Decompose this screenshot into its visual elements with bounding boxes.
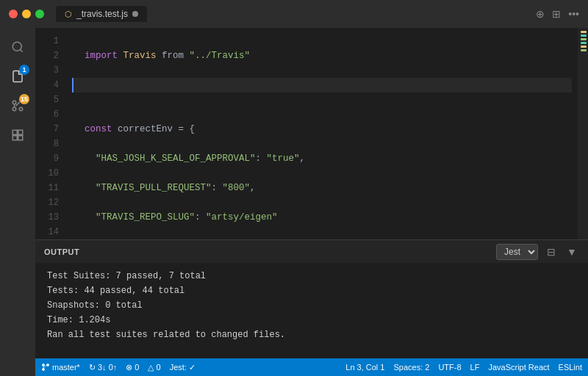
minimap-mark [581,49,587,51]
jest-text: Jest: ✓ [170,363,196,372]
sidebar-item-files[interactable]: 1 [4,63,31,90]
svg-rect-6 [18,130,23,134]
position-status[interactable]: Ln 3, Col 1 [345,363,384,372]
code-content[interactable]: import Travis from "../Travis" const cor… [65,28,578,239]
minimap-mark [581,31,587,33]
svg-point-9 [43,369,45,371]
code-editor[interactable]: 1 2 3 4 5 6 7 8 9 10 11 12 13 14 15 16 1… [35,28,588,239]
close-button[interactable] [9,10,18,18]
sidebar-item-extensions[interactable] [4,122,31,148]
output-line: Test Suites: 7 passed, 7 total [47,269,576,283]
layout-icon[interactable]: ⊞ [552,8,561,20]
branch-icon [41,363,50,372]
branch-name: master* [52,363,80,372]
traffic-lights [9,10,44,18]
language-text: JavaScript React [488,363,549,372]
eol-status[interactable]: LF [470,363,480,372]
output-controls: Jest ⊟ ▼ [496,244,579,260]
output-line: Time: 1.204s [47,313,576,328]
svg-point-0 [12,42,21,51]
title-bar: ⬡ _travis.test.js ⊕ ⊞ ••• [0,0,588,28]
tab-bar: ⬡ _travis.test.js [56,6,530,22]
main-layout: 1 15 1 2 3 4 5 6 7 [0,28,588,376]
line-numbers: 1 2 3 4 5 6 7 8 9 10 11 12 13 14 15 16 1… [35,28,65,239]
svg-point-2 [19,107,23,111]
tab-filename: _travis.test.js [76,9,128,19]
tab-modified-dot [132,11,138,17]
files-badge: 1 [19,65,29,75]
eol-text: LF [470,363,480,372]
branch-status[interactable]: master* [41,363,80,372]
errors-text: ⊗ 0 [126,363,139,372]
errors-status[interactable]: ⊗ 0 [126,363,139,372]
minimap-mark [581,46,587,48]
output-header: OUTPUT Jest ⊟ ▼ [35,239,588,263]
output-line: Tests: 44 passed, 44 total [47,283,576,298]
active-tab[interactable]: ⬡ _travis.test.js [56,6,147,22]
status-bar: master* ↻ 3↓ 0↑ ⊗ 0 △ 0 Jest: ✓ Ln 3, Co… [35,358,588,376]
minimap-mark [581,38,587,40]
sidebar-item-source-control[interactable]: 15 [4,93,31,119]
warnings-status[interactable]: △ 0 [148,363,160,372]
title-bar-actions: ⊕ ⊞ ••• [536,8,579,20]
svg-point-4 [12,107,16,111]
expand-icon[interactable]: ▼ [564,245,579,259]
minimize-button[interactable] [22,10,31,18]
spaces-status[interactable]: Spaces: 2 [393,363,429,372]
sidebar-item-search[interactable] [4,34,31,60]
encoding-text: UTF-8 [438,363,461,372]
svg-rect-5 [12,130,17,134]
svg-rect-7 [12,136,17,140]
linter-status[interactable]: ESLint [559,363,582,372]
editor-area: 1 2 3 4 5 6 7 8 9 10 11 12 13 14 15 16 1… [35,28,588,376]
output-line: Snapshots: 0 total [47,298,576,313]
status-right: Ln 3, Col 1 Spaces: 2 UTF-8 LF JavaScrip… [345,363,582,372]
maximize-button[interactable] [35,10,44,18]
svg-rect-8 [18,136,23,140]
output-panel: Test Suites: 7 passed, 7 total Tests: 44… [35,263,588,358]
svg-line-1 [20,49,22,51]
jest-status[interactable]: Jest: ✓ [170,363,196,372]
minimap [578,28,588,239]
activity-bar: 1 15 [0,28,35,376]
position-text: Ln 3, Col 1 [345,363,384,372]
output-line: Ran all test suites related to changed f… [47,328,576,342]
spaces-text: Spaces: 2 [393,363,429,372]
linter-text: ESLint [559,363,582,372]
svg-point-10 [43,364,45,366]
file-icon: ⬡ [65,10,72,19]
output-label: OUTPUT [44,247,496,256]
source-control-badge: 15 [19,94,29,104]
encoding-status[interactable]: UTF-8 [438,363,461,372]
sync-status[interactable]: ↻ 3↓ 0↑ [89,363,117,372]
filter-icon[interactable]: ⊟ [544,245,559,259]
minimap-mark [581,35,587,37]
warnings-text: △ 0 [148,363,160,372]
more-icon[interactable]: ••• [568,8,579,20]
zoom-icon[interactable]: ⊕ [536,8,545,20]
sync-text: ↻ 3↓ 0↑ [89,363,117,372]
language-status[interactable]: JavaScript React [488,363,549,372]
minimap-mark [581,42,587,44]
jest-selector[interactable]: Jest [496,244,538,260]
svg-point-3 [12,101,16,104]
